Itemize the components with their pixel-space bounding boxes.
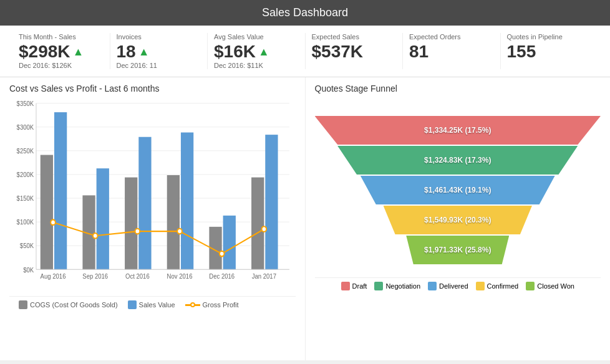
- legend-sales: Sales Value: [128, 300, 175, 309]
- kpi-value-2: $16K ▲: [214, 42, 299, 62]
- svg-text:$250K: $250K: [17, 148, 34, 155]
- svg-rect-20: [97, 168, 109, 269]
- svg-rect-22: [125, 178, 137, 270]
- bar-chart-title: Cost vs Sales vs Profit - Last 6 months: [9, 84, 296, 93]
- svg-text:Aug 2016: Aug 2016: [41, 273, 66, 280]
- kpi-label-1: Invoices: [117, 33, 201, 41]
- main-content: Cost vs Sales vs Profit - Last 6 months …: [0, 77, 610, 360]
- funnel-legend-label-4: Closed Won: [537, 282, 574, 290]
- svg-text:$300K: $300K: [17, 124, 34, 132]
- legend-profit-label: Gross Profit: [203, 301, 239, 309]
- svg-text:Jan 2017: Jan 2017: [252, 273, 277, 280]
- funnel-stage-2: $1,461.43K (19.1%): [361, 176, 555, 204]
- funnel-legend-label-0: Draft: [352, 282, 367, 290]
- svg-rect-26: [181, 133, 193, 270]
- svg-point-34: [51, 219, 56, 225]
- funnel-legend-label-3: Confirmed: [487, 282, 519, 290]
- svg-text:Oct 2016: Oct 2016: [125, 273, 150, 280]
- svg-rect-32: [265, 135, 278, 269]
- legend-sales-label: Sales Value: [139, 301, 175, 309]
- svg-rect-23: [138, 137, 151, 270]
- svg-text:Nov 2016: Nov 2016: [167, 273, 193, 280]
- kpi-item-2: Avg Sales Value $16K ▲ Dec 2016: $11K: [208, 33, 306, 69]
- funnel-label-2: $1,461.43K (19.1%): [424, 186, 491, 194]
- kpi-item-0: This Month - Sales $298K ▲ Dec 2016: $12…: [12, 33, 110, 69]
- funnel-stage-1: $1,324.83K (17.3%): [337, 146, 578, 175]
- dashboard-title: Sales Dashboard: [262, 6, 348, 19]
- funnel-legend-label-2: Delivered: [439, 282, 468, 290]
- kpi-sub-0: Dec 2016: $126K: [19, 62, 104, 69]
- svg-text:Dec 2016: Dec 2016: [209, 273, 235, 280]
- svg-text:$200K: $200K: [17, 171, 34, 179]
- svg-text:Sep 2016: Sep 2016: [82, 273, 108, 280]
- funnel-legend-label-1: Negotiation: [385, 282, 420, 290]
- kpi-value-1: 18 ▲: [117, 42, 201, 62]
- svg-point-38: [220, 251, 225, 257]
- legend-profit: Gross Profit: [185, 301, 239, 309]
- funnel-legend-item-1: Negotiation: [374, 282, 420, 290]
- kpi-label-4: Expected Orders: [409, 33, 494, 41]
- bar-chart-legend: COGS (Cost Of Goods Sold) Sales Value Gr…: [9, 296, 296, 313]
- kpi-row: This Month - Sales $298K ▲ Dec 2016: $12…: [0, 26, 610, 77]
- funnel-legend-item-4: Closed Won: [526, 282, 574, 290]
- funnel-label-3: $1,549.93K (20.3%): [424, 216, 491, 224]
- legend-cogs-label: COGS (Cost Of Goods Sold): [30, 301, 118, 309]
- kpi-value-5: 155: [507, 42, 592, 62]
- bar-chart-svg: $0K$50K$100K$150K$200K$250K$300K$350KAug…: [9, 97, 296, 296]
- bar-chart-section: Cost vs Sales vs Profit - Last 6 months …: [0, 77, 306, 360]
- kpi-label-5: Quotes in Pipeline: [507, 33, 592, 41]
- kpi-item-1: Invoices 18 ▲ Dec 2016: 11: [110, 33, 208, 69]
- kpi-item-5: Quotes in Pipeline 155: [501, 33, 598, 69]
- kpi-item-3: Expected Sales $537K: [306, 33, 404, 69]
- kpi-value-0: $298K ▲: [19, 42, 104, 62]
- svg-rect-17: [54, 112, 67, 269]
- funnel-section: Quotes Stage Funnel $1,334.25K (17.5%)$1…: [306, 77, 611, 360]
- svg-text:$50K: $50K: [20, 242, 34, 250]
- svg-rect-29: [223, 216, 236, 269]
- svg-text:$350K: $350K: [17, 100, 34, 107]
- kpi-value-4: 81: [409, 42, 494, 62]
- kpi-label-0: This Month - Sales: [19, 33, 104, 41]
- svg-text:$0K: $0K: [23, 266, 34, 274]
- bar-chart-container: $0K$50K$100K$150K$200K$250K$300K$350KAug…: [9, 97, 296, 296]
- arrow-up-icon: ▲: [138, 46, 150, 59]
- svg-rect-25: [167, 175, 180, 269]
- funnel-container: $1,334.25K (17.5%)$1,324.83K (17.3%)$1,4…: [315, 97, 601, 277]
- funnel-legend-item-0: Draft: [341, 282, 367, 290]
- funnel-label-1: $1,324.83K (17.3%): [424, 156, 491, 165]
- svg-rect-31: [251, 178, 264, 270]
- arrow-up-icon: ▲: [73, 46, 84, 59]
- kpi-item-4: Expected Orders 81: [403, 33, 501, 69]
- funnel-legend-item-2: Delivered: [428, 282, 468, 290]
- header: Sales Dashboard: [0, 0, 610, 26]
- kpi-sub-2: Dec 2016: $11K: [214, 62, 299, 69]
- svg-point-35: [93, 233, 98, 239]
- kpi-value-3: $537K: [312, 42, 397, 62]
- svg-text:$100K: $100K: [17, 219, 34, 226]
- funnel-legend-item-3: Confirmed: [476, 282, 519, 290]
- funnel-label-4: $1,971.33K (25.8%): [424, 246, 491, 254]
- svg-text:$150K: $150K: [17, 195, 34, 203]
- funnel-legend: Draft Negotiation Delivered Confirmed Cl…: [315, 277, 601, 294]
- funnel-stage-4: $1,971.33K (25.8%): [406, 236, 509, 264]
- svg-point-36: [135, 229, 140, 234]
- funnel-stage-0: $1,334.25K (17.5%): [315, 116, 601, 145]
- funnel-stage-3: $1,549.93K (20.3%): [384, 206, 532, 234]
- arrow-up-icon: ▲: [258, 46, 269, 59]
- legend-cogs: COGS (Cost Of Goods Sold): [19, 300, 118, 309]
- svg-rect-16: [41, 155, 53, 270]
- kpi-label-3: Expected Sales: [312, 33, 397, 41]
- funnel-label-0: $1,334.25K (17.5%): [424, 126, 491, 135]
- svg-point-39: [262, 226, 267, 232]
- funnel-title: Quotes Stage Funnel: [315, 84, 601, 93]
- svg-point-37: [177, 229, 182, 234]
- kpi-sub-1: Dec 2016: 11: [117, 62, 201, 69]
- kpi-label-2: Avg Sales Value: [214, 33, 299, 41]
